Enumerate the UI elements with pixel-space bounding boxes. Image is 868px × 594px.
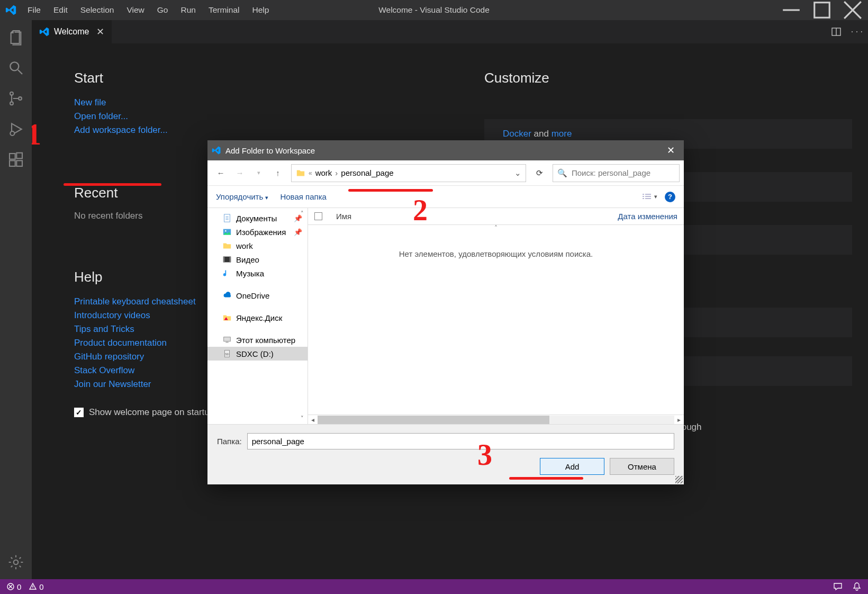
menu-view[interactable]: View (121, 3, 149, 17)
tree-item-label: OneDrive (236, 291, 269, 300)
show-welcome-checkbox[interactable]: ✓ (74, 408, 84, 417)
horizontal-scrollbar[interactable]: ◂ ▸ (308, 415, 684, 424)
menu-selection[interactable]: Selection (75, 3, 120, 17)
tree-item-документы[interactable]: Документы📌 (207, 211, 308, 225)
status-feedback-icon[interactable] (833, 582, 843, 591)
breadcrumb-item-work[interactable]: work (315, 168, 332, 177)
customize-heading: Customize (484, 70, 852, 86)
help-button[interactable]: ? (665, 192, 675, 202)
tree-scroll-up[interactable]: ˄ (301, 210, 304, 217)
hscroll-right[interactable]: ▸ (676, 416, 682, 424)
dialog-title: Add Folder to Workspace (225, 146, 315, 155)
window-maximize-button[interactable] (807, 0, 837, 20)
tree-item-музыка[interactable]: Музыка (207, 266, 308, 280)
select-all-checkbox[interactable] (314, 212, 322, 220)
window-minimize-button[interactable] (776, 0, 807, 20)
run-debug-icon[interactable] (7, 121, 24, 138)
window-controls (776, 0, 868, 20)
nav-back-button[interactable]: ← (212, 164, 230, 182)
title-bar: File Edit Selection View Go Run Terminal… (0, 0, 868, 20)
dialog-search-input[interactable] (572, 168, 675, 177)
add-button[interactable]: Add (540, 458, 604, 475)
tab-welcome[interactable]: Welcome ✕ (32, 20, 112, 43)
settings-gear-icon[interactable] (7, 554, 24, 571)
status-errors[interactable]: 0 (6, 582, 21, 591)
column-date[interactable]: Дата изменения (618, 212, 677, 221)
breadcrumb-item-personal-page[interactable]: personal_page (341, 168, 393, 177)
link-new-file[interactable]: New file (74, 96, 442, 110)
organize-menu[interactable]: Упорядочить ▾ (216, 192, 268, 201)
link-more[interactable]: more (551, 129, 572, 139)
svg-rect-20 (225, 342, 228, 343)
window-close-button[interactable] (837, 0, 868, 20)
tree-item-label: work (236, 241, 253, 250)
menu-go[interactable]: Go (152, 3, 174, 17)
tree-item-видео[interactable]: Видео (207, 253, 308, 266)
refresh-button[interactable]: ⟳ (530, 164, 548, 182)
link-open-folder[interactable]: Open folder... (74, 110, 442, 123)
file-list-panel: Имя Дата изменения ˄ Нет элементов, удов… (308, 208, 684, 424)
status-bell-icon[interactable] (852, 582, 862, 591)
menu-bar: File Edit Selection View Go Run Terminal… (22, 3, 274, 17)
folder-icon (296, 168, 305, 178)
dialog-search[interactable]: 🔍 (553, 164, 680, 182)
link-add-workspace-folder[interactable]: Add workspace folder... (74, 123, 442, 137)
nav-recent-dropdown[interactable]: ▾ (250, 164, 268, 182)
menu-edit[interactable]: Edit (48, 3, 73, 17)
source-control-icon[interactable] (7, 90, 24, 107)
folder-icon (222, 241, 232, 250)
more-actions-icon[interactable]: · · · (851, 27, 863, 37)
explorer-icon[interactable] (7, 29, 24, 46)
folder-tree: ˄ Документы📌Изображения📌workВидеоМузыкаO… (207, 208, 308, 424)
tree-item-label: Видео (236, 255, 259, 264)
tree-scroll-down[interactable]: ˅ (301, 415, 304, 422)
cancel-button[interactable]: Отмена (610, 458, 674, 475)
svg-point-5 (10, 131, 14, 136)
tree-item-label: Изображения (236, 228, 286, 237)
link-docker[interactable]: Docker (503, 129, 531, 139)
header-collapse-icon[interactable]: ˄ (494, 224, 498, 232)
menu-help[interactable]: Help (247, 3, 275, 17)
tree-item-изображения[interactable]: Изображения📌 (207, 225, 308, 239)
tree-item-label: Музыка (236, 269, 264, 278)
menu-terminal[interactable]: Terminal (203, 3, 245, 17)
tree-item-яндекс-диск[interactable]: Яндекс.Диск (207, 311, 308, 325)
empty-list-message: Нет элементов, удовлетворяющих условиям … (308, 249, 684, 258)
vscode-logo-icon (5, 4, 17, 16)
svg-rect-17 (223, 257, 225, 263)
hscroll-thumb[interactable] (318, 416, 549, 424)
tree-item-label: SDXC (D:) (236, 349, 274, 358)
new-folder-button[interactable]: Новая папка (280, 192, 326, 201)
tree-item-этот-компьютер[interactable]: Этот компьютер (207, 333, 308, 347)
tree-item-label: Документы (236, 214, 277, 223)
add-folder-dialog: Add Folder to Workspace ✕ ← → ▾ ↑ « work… (207, 140, 684, 484)
nav-up-button[interactable]: ↑ (269, 164, 287, 182)
resize-grip[interactable] (675, 476, 683, 483)
tab-close-icon[interactable]: ✕ (96, 26, 104, 38)
hscroll-left[interactable]: ◂ (310, 416, 315, 424)
extensions-icon[interactable] (7, 151, 24, 168)
folder-name-input[interactable] (247, 433, 674, 449)
music-icon (222, 268, 232, 278)
dialog-close-button[interactable]: ✕ (657, 140, 684, 160)
menu-file[interactable]: File (22, 3, 46, 17)
doc-icon (222, 213, 232, 223)
status-warnings[interactable]: 0 (29, 582, 43, 591)
tree-item-onedrive[interactable]: OneDrive (207, 289, 308, 302)
breadcrumb-bar[interactable]: « work › personal_page ⌄ (291, 164, 526, 182)
split-editor-icon[interactable] (831, 26, 842, 37)
search-icon[interactable] (7, 59, 24, 76)
svg-rect-7 (10, 160, 15, 166)
sd-icon: SD (222, 349, 232, 358)
svg-point-1 (10, 62, 19, 70)
tree-item-sdxc-d-[interactable]: SDSDXC (D:) (207, 347, 308, 361)
menu-run[interactable]: Run (175, 3, 201, 17)
nav-forward-button[interactable]: → (231, 164, 249, 182)
tree-item-work[interactable]: work (207, 239, 308, 253)
cloud-icon (222, 291, 232, 300)
view-mode-button[interactable]: ▾ (641, 193, 657, 201)
column-name[interactable]: Имя (336, 212, 351, 221)
video-icon (222, 255, 232, 264)
dialog-titlebar[interactable]: Add Folder to Workspace ✕ (207, 140, 684, 160)
breadcrumb-dropdown-icon[interactable]: ⌄ (514, 168, 521, 178)
